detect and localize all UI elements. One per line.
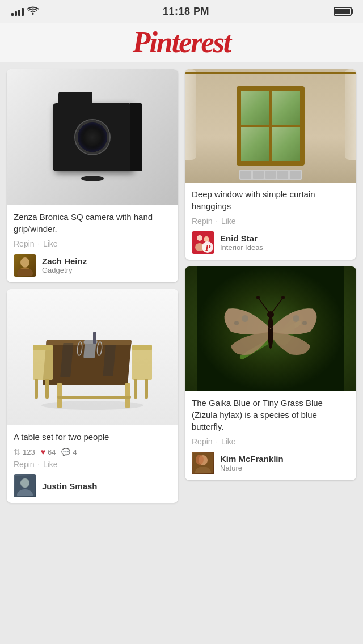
repin-button-butterfly[interactable]: Repin bbox=[192, 437, 213, 446]
window-frame bbox=[237, 86, 305, 166]
svg-rect-11 bbox=[35, 379, 38, 399]
repin-stat-icon: ⇅ bbox=[14, 447, 20, 456]
svg-point-30 bbox=[204, 236, 209, 242]
pin-card-window[interactable]: Deep window with simple curtain hangging… bbox=[185, 69, 356, 260]
avatar-zach bbox=[14, 254, 36, 277]
pin-content-butterfly: The Gaika Blue or Tiny Grass Blue (Zizul… bbox=[185, 391, 356, 480]
pin-content-window: Deep window with simple curtain hangging… bbox=[185, 183, 356, 260]
pin-description-table: A table set for two people bbox=[14, 431, 171, 443]
pin-actions-table: Repin · Like bbox=[14, 460, 171, 469]
repin-button-camera[interactable]: Repin bbox=[14, 239, 35, 248]
svg-point-46 bbox=[196, 455, 204, 465]
status-left bbox=[11, 6, 39, 17]
pin-user-window[interactable]: P Enid Star Interior Ideas bbox=[192, 231, 349, 254]
signal-bars-icon bbox=[11, 7, 24, 16]
like-button-table[interactable]: Like bbox=[43, 460, 58, 469]
user-name-zach: Zach Heinz bbox=[42, 256, 87, 266]
like-button-camera[interactable]: Like bbox=[43, 239, 58, 248]
svg-point-1 bbox=[20, 257, 29, 268]
pin-card-butterfly[interactable]: The Gaika Blue or Tiny Grass Blue (Zizul… bbox=[185, 266, 356, 480]
repin-button-table[interactable]: Repin bbox=[14, 460, 35, 469]
user-board-zach: Gadgetry bbox=[42, 266, 87, 274]
user-name-kim: Kim McFranklin bbox=[220, 454, 284, 464]
svg-rect-14 bbox=[132, 345, 152, 350]
pin-image-table bbox=[7, 289, 178, 425]
battery-icon bbox=[334, 7, 352, 16]
like-stat-icon: ♥ bbox=[41, 447, 45, 456]
pin-column-right: Deep window with simple curtain hangging… bbox=[185, 69, 356, 503]
svg-rect-8 bbox=[57, 396, 131, 399]
svg-rect-23 bbox=[93, 332, 96, 344]
table-svg bbox=[30, 300, 155, 414]
pin-actions-camera: Repin · Like bbox=[14, 239, 171, 248]
pin-content-camera: Zenza Bronica SQ camera with hand grip/w… bbox=[7, 205, 178, 282]
svg-point-36 bbox=[234, 321, 239, 325]
app-header: Pinterest bbox=[0, 23, 363, 62]
svg-point-0 bbox=[32, 13, 34, 15]
pin-grid: Zenza Bronica SQ camera with hand grip/w… bbox=[0, 62, 363, 510]
pin-user-table[interactable]: Justin Smash bbox=[14, 474, 171, 497]
like-count: ♥ 64 bbox=[41, 447, 56, 456]
svg-point-39 bbox=[268, 315, 273, 349]
svg-point-35 bbox=[242, 315, 248, 322]
user-board-enid: Interior Ideas bbox=[220, 243, 263, 252]
pin-user-butterfly[interactable]: Kim McFranklin Nature bbox=[192, 452, 349, 474]
pin-column-left: Zenza Bronica SQ camera with hand grip/w… bbox=[7, 69, 178, 503]
svg-point-38 bbox=[302, 321, 307, 325]
pin-card-camera[interactable]: Zenza Bronica SQ camera with hand grip/w… bbox=[7, 69, 178, 282]
pin-stats-table: ⇅ 123 ♥ 64 💬 4 bbox=[14, 447, 171, 456]
svg-point-25 bbox=[20, 478, 29, 488]
app-logo: Pinterest bbox=[133, 26, 231, 59]
avatar-enid: P bbox=[192, 231, 214, 254]
repin-button-window[interactable]: Repin bbox=[192, 217, 213, 226]
svg-text:P: P bbox=[205, 243, 211, 252]
pin-card-table[interactable]: A table set for two people ⇅ 123 ♥ 64 💬 … bbox=[7, 289, 178, 503]
pin-actions-butterfly: Repin · Like bbox=[192, 437, 349, 446]
svg-rect-10 bbox=[33, 345, 53, 350]
pin-image-camera bbox=[7, 69, 178, 205]
svg-point-28 bbox=[197, 235, 202, 241]
wifi-icon bbox=[27, 6, 39, 17]
comment-count: 💬 4 bbox=[61, 448, 77, 456]
svg-rect-12 bbox=[45, 379, 49, 399]
svg-point-41 bbox=[256, 296, 260, 299]
svg-rect-6 bbox=[57, 383, 62, 408]
svg-point-37 bbox=[293, 315, 299, 322]
pin-content-table: A table set for two people ⇅ 123 ♥ 64 💬 … bbox=[7, 425, 178, 503]
avatar-justin bbox=[14, 474, 36, 497]
user-board-kim: Nature bbox=[220, 464, 284, 472]
like-button-window[interactable]: Like bbox=[221, 217, 236, 226]
svg-point-42 bbox=[281, 296, 285, 299]
pin-description-window: Deep window with simple curtain hangging… bbox=[192, 188, 349, 212]
avatar-kim bbox=[192, 452, 214, 474]
butterfly-svg bbox=[197, 266, 344, 391]
pin-description-camera: Zenza Bronica SQ camera with hand grip/w… bbox=[14, 211, 171, 235]
svg-rect-9 bbox=[33, 349, 53, 380]
pin-actions-window: Repin · Like bbox=[192, 217, 349, 226]
repin-count-value: 123 bbox=[23, 448, 35, 456]
like-count-value: 64 bbox=[48, 448, 56, 456]
status-bar: 11:18 PM bbox=[0, 0, 363, 23]
svg-point-40 bbox=[267, 311, 274, 318]
comment-count-value: 4 bbox=[73, 448, 77, 456]
svg-rect-13 bbox=[132, 349, 152, 380]
svg-rect-15 bbox=[134, 379, 137, 399]
pin-description-butterfly: The Gaika Blue or Tiny Grass Blue (Zizul… bbox=[192, 397, 349, 433]
pin-image-window bbox=[185, 69, 356, 183]
status-time: 11:18 PM bbox=[163, 6, 209, 18]
repin-count: ⇅ 123 bbox=[14, 447, 35, 456]
svg-rect-7 bbox=[125, 383, 130, 408]
comment-stat-icon: 💬 bbox=[61, 448, 70, 456]
pin-user-camera[interactable]: Zach Heinz Gadgetry bbox=[14, 254, 171, 277]
pin-image-butterfly bbox=[185, 266, 356, 391]
user-name-enid: Enid Star bbox=[220, 234, 263, 243]
user-name-justin: Justin Smash bbox=[42, 481, 98, 491]
svg-rect-16 bbox=[145, 379, 148, 399]
like-button-butterfly[interactable]: Like bbox=[221, 437, 236, 446]
